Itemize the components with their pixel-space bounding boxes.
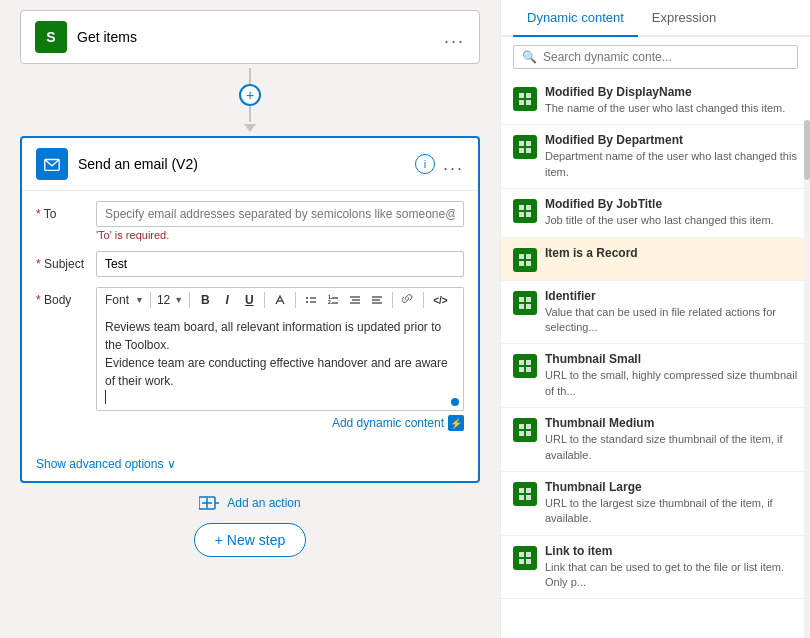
panel-item[interactable]: Identifier Value that can be used in fil… [501,281,810,345]
body-row: Body Font ▼ 12 ▼ B I U [36,287,464,431]
panel-item-highlighted[interactable]: Item is a Record [501,238,810,281]
new-step-area: + New step [194,523,306,557]
svg-rect-21 [519,93,524,98]
show-advanced-btn[interactable]: Show advanced options ∨ [22,451,478,481]
panel-scrollbar[interactable] [804,120,810,638]
svg-rect-45 [519,424,524,429]
color-button[interactable] [271,292,289,308]
svg-rect-23 [519,100,524,105]
toolbar-sep-1 [150,292,151,308]
item-desc-1: Department name of the user who last cha… [545,149,798,180]
panel-item[interactable]: Modified By DisplayName The name of the … [501,77,810,125]
item-icon-5 [513,354,537,378]
info-button[interactable]: i [415,154,435,174]
svg-rect-29 [519,205,524,210]
svg-rect-31 [519,212,524,217]
svg-rect-53 [519,552,524,557]
item-svg-7 [518,487,532,501]
item-icon-6 [513,418,537,442]
italic-button[interactable]: I [218,291,236,309]
item-icon-2 [513,199,537,223]
svg-rect-24 [526,100,531,105]
svg-rect-39 [519,304,524,309]
item-desc-0: The name of the user who last changed th… [545,101,798,116]
to-input[interactable] [96,201,464,227]
tab-expression[interactable]: Expression [638,0,730,37]
outdent-icon [371,294,383,306]
email-card-body: To 'To' is required. Subject Body [22,191,478,451]
svg-rect-54 [526,552,531,557]
panel-tabs: Dynamic content Expression [501,0,810,37]
svg-point-2 [306,297,308,299]
svg-rect-25 [519,141,524,146]
tab-dynamic-content[interactable]: Dynamic content [513,0,638,37]
item-content-2: Modified By JobTitle Job title of the us… [545,197,798,228]
item-icon-8 [513,546,537,570]
svg-rect-49 [519,488,524,493]
color-icon [274,294,286,306]
item-title-4: Identifier [545,289,798,303]
item-svg-3 [518,253,532,267]
main-area: S Get items ... + Send an [0,0,810,638]
svg-rect-27 [519,148,524,153]
item-svg-5 [518,359,532,373]
send-email-card: Send an email (V2) i ... To 'To' is requ… [20,136,480,483]
get-items-card[interactable]: S Get items ... [20,10,480,64]
svg-rect-56 [526,559,531,564]
bullet-list-button[interactable] [302,292,320,308]
chevron-down-icon: ∨ [167,457,176,471]
item-title-0: Modified By DisplayName [545,85,798,99]
numbered-list-button[interactable]: 1. 2. [324,292,342,308]
svg-rect-26 [526,141,531,146]
dynamic-icon: ⚡ [448,415,464,431]
link-button[interactable] [399,292,417,308]
item-svg-2 [518,204,532,218]
panel-item[interactable]: Thumbnail Small URL to the small, highly… [501,344,810,408]
svg-rect-30 [526,205,531,210]
outdent-button[interactable] [368,292,386,308]
svg-rect-22 [526,93,531,98]
panel-item[interactable]: Thumbnail Medium URL to the standard siz… [501,408,810,472]
item-content-5: Thumbnail Small URL to the small, highly… [545,352,798,399]
connector-line-2 [249,106,251,122]
add-dynamic-label: Add dynamic content [332,416,444,430]
get-items-menu[interactable]: ... [444,27,465,48]
indent-button[interactable] [346,292,364,308]
to-error: 'To' is required. [96,229,464,241]
panel-item[interactable]: Thumbnail Large URL to the largest size … [501,472,810,536]
add-dynamic-content-btn[interactable]: Add dynamic content ⚡ [332,415,464,431]
new-step-button[interactable]: + New step [194,523,306,557]
svg-rect-46 [526,424,531,429]
font-select[interactable]: Font [103,292,131,308]
svg-rect-40 [526,304,531,309]
body-toolbar: Font ▼ 12 ▼ B I U [96,287,464,312]
add-action-row[interactable]: Add an action [199,495,300,511]
panel-items-list: Modified By DisplayName The name of the … [501,77,810,638]
blue-dot [451,398,459,406]
svg-rect-32 [526,212,531,217]
underline-button[interactable]: U [240,291,258,309]
item-title-6: Thumbnail Medium [545,416,798,430]
body-text-line1: Reviews team board, all relevant informa… [105,318,455,354]
panel-item[interactable]: Link to item Link that can be used to ge… [501,536,810,600]
item-svg-6 [518,423,532,437]
svg-rect-38 [526,297,531,302]
item-desc-7: URL to the largest size thumbnail of the… [545,496,798,527]
email-card-header: Send an email (V2) i ... [22,138,478,191]
toolbar-dropdown-arrow: ▼ [135,295,144,305]
panel-search-input[interactable] [543,50,789,64]
toolbar-sep-4 [295,292,296,308]
bold-button[interactable]: B [196,291,214,309]
code-button[interactable]: </> [430,293,450,308]
link-icon [402,294,414,306]
panel-item[interactable]: Modified By JobTitle Job title of the us… [501,189,810,237]
get-items-icon: S [35,21,67,53]
panel-item[interactable]: Modified By Department Department name o… [501,125,810,189]
connector-plus-btn[interactable]: + [239,84,261,106]
to-input-wrap: 'To' is required. [96,201,464,241]
send-email-menu[interactable]: ... [443,154,464,175]
subject-input[interactable] [96,251,464,277]
item-desc-5: URL to the small, highly compressed size… [545,368,798,399]
email-card-icon [36,148,68,180]
body-editor[interactable]: Reviews team board, all relevant informa… [96,312,464,411]
